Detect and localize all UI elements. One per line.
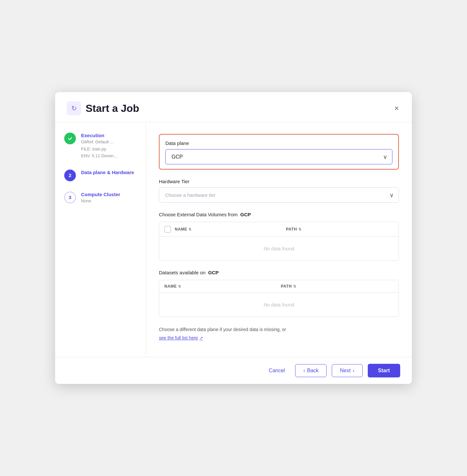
info-section: Choose a different data plane if your de… — [159, 326, 399, 341]
name-sort-icon[interactable]: ⇅ — [188, 227, 192, 232]
step-3-label: Compute Cluster — [81, 192, 120, 197]
refresh-icon: ↻ — [67, 101, 81, 115]
sidebar-item-execution[interactable]: Execution GitRef: Default ... FILE: trai… — [64, 133, 137, 159]
modal-body: Execution GitRef: Default ... FILE: trai… — [55, 122, 412, 357]
datasets-table: NAME ⇅ PATH ⇅ No data found — [159, 280, 399, 317]
path-sort-icon[interactable]: ⇅ — [298, 227, 302, 232]
datasets-name-sort-icon[interactable]: ⇅ — [178, 284, 181, 289]
datasets-header: NAME ⇅ PATH ⇅ — [159, 280, 399, 293]
next-arrow-icon: › — [353, 368, 354, 374]
hardware-tier-select[interactable]: Choose a hardware tier — [159, 187, 399, 203]
main-content: Data plane GCP AWS Azure ∨ Hardware Tier… — [146, 122, 412, 357]
step-1-detail-0: GitRef: Default ... — [81, 139, 117, 145]
datasets-empty: No data found — [159, 293, 399, 316]
datasets-col-path-header: PATH ⇅ — [281, 284, 393, 289]
modal-title: Start a Job — [86, 102, 139, 114]
external-volumes-table: NAME ⇅ PATH ⇅ No data found — [159, 222, 399, 261]
sidebar-item-data-plane[interactable]: 2 Data plane & Hardware — [64, 170, 137, 181]
external-link-icon: ↗ — [199, 336, 203, 340]
datasets-section: Datasets available on GCP NAME ⇅ PATH ⇅ — [159, 270, 399, 317]
step-1-circle — [64, 133, 76, 144]
hardware-tier-section: Hardware Tier Choose a hardware tier ∨ — [159, 179, 399, 203]
col-name-header: NAME ⇅ — [175, 227, 282, 232]
close-button[interactable]: × — [393, 103, 400, 113]
start-job-modal: ↻ Start a Job × Execution GitRef: Defaul… — [55, 92, 412, 384]
data-plane-select-wrapper: GCP AWS Azure ∨ — [165, 149, 392, 164]
step-2-label: Data plane & Hardware — [81, 170, 134, 175]
external-volumes-empty: No data found — [159, 237, 399, 260]
start-button[interactable]: Start — [368, 364, 400, 377]
step-3-info: Compute Cluster None — [81, 192, 120, 204]
next-button[interactable]: Next › — [332, 364, 362, 377]
external-volumes-section: Choose External Data Volumes from GCP NA… — [159, 212, 399, 261]
external-volumes-title: Choose External Data Volumes from GCP — [159, 212, 399, 217]
step-1-detail-2: ENV: 5.11 Domin... — [81, 153, 117, 159]
title-area: ↻ Start a Job — [67, 101, 139, 115]
sidebar: Execution GitRef: Default ... FILE: trai… — [55, 122, 146, 357]
step-1-detail-1: FILE: train.py — [81, 146, 117, 152]
hardware-tier-label: Hardware Tier — [159, 179, 399, 184]
datasets-title: Datasets available on GCP — [159, 270, 399, 275]
external-volumes-header: NAME ⇅ PATH ⇅ — [159, 222, 399, 237]
step-2-info: Data plane & Hardware — [81, 170, 134, 175]
back-arrow-icon: ‹ — [303, 368, 305, 374]
step-1-info: Execution GitRef: Default ... FILE: trai… — [81, 133, 117, 159]
datasets-col-name-header: NAME ⇅ — [164, 284, 277, 289]
col-path-header: PATH ⇅ — [286, 227, 393, 232]
full-list-link[interactable]: see the full list here ↗ — [159, 335, 203, 340]
info-text: Choose a different data plane if your de… — [159, 326, 399, 333]
step-1-label: Execution — [81, 133, 117, 138]
modal-header: ↻ Start a Job × — [55, 92, 412, 122]
cancel-button[interactable]: Cancel — [264, 364, 290, 377]
modal-footer: Cancel ‹ Back Next › Start — [55, 357, 412, 384]
data-plane-label: Data plane — [165, 140, 392, 146]
hardware-tier-select-wrapper: Choose a hardware tier ∨ — [159, 187, 399, 203]
sidebar-item-compute-cluster[interactable]: 3 Compute Cluster None — [64, 192, 137, 204]
data-plane-select[interactable]: GCP AWS Azure — [165, 149, 392, 164]
select-all-checkbox[interactable] — [164, 226, 171, 232]
data-plane-section: Data plane GCP AWS Azure ∨ — [159, 134, 399, 170]
datasets-path-sort-icon[interactable]: ⇅ — [293, 284, 296, 289]
step-3-circle: 3 — [64, 192, 76, 203]
back-button[interactable]: ‹ Back — [295, 364, 327, 377]
step-3-detail-0: None — [81, 198, 120, 204]
step-2-circle: 2 — [64, 170, 76, 181]
